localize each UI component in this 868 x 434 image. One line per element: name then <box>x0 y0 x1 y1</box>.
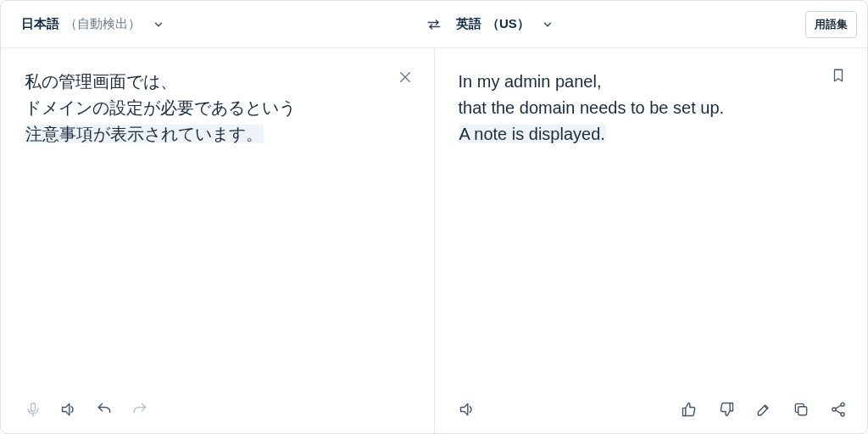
source-speaker-button[interactable] <box>57 398 81 421</box>
clear-source-button[interactable] <box>393 65 417 89</box>
share-icon <box>830 401 847 418</box>
undo-button[interactable] <box>92 398 116 421</box>
svg-line-11 <box>836 410 841 414</box>
edit-icon <box>755 401 772 418</box>
language-header-bar: 日本語 （自動検出） 英語 （US） 用語集 <box>1 1 867 48</box>
target-line-highlighted: A note is displayed. <box>459 125 606 143</box>
thumbs-up-icon <box>681 401 698 418</box>
target-line: A note is displayed. <box>459 121 821 147</box>
svg-line-10 <box>836 405 841 409</box>
target-language-label: 英語 <box>456 16 481 32</box>
source-pane: 私の管理画面では、 ドメインの設定が必要であるという 注意事項が表示されています… <box>1 48 435 433</box>
source-line: 私の管理画面では、 <box>25 69 387 95</box>
share-button[interactable] <box>826 398 850 421</box>
target-toolbar <box>435 389 868 433</box>
thumbs-down-icon <box>718 401 735 418</box>
target-toolbar-left-group <box>455 398 479 421</box>
source-language-label: 日本語 <box>21 16 59 32</box>
source-text-area[interactable]: 私の管理画面では、 ドメインの設定が必要であるという 注意事項が表示されています… <box>1 48 434 389</box>
svg-rect-2 <box>31 403 36 412</box>
target-text-area[interactable]: In my admin panel, that the domain needs… <box>435 48 868 389</box>
redo-button[interactable] <box>128 398 152 421</box>
undo-icon <box>96 401 113 418</box>
speaker-icon <box>60 401 77 418</box>
redo-icon <box>131 401 148 418</box>
source-language-detect: （自動検出） <box>64 16 141 32</box>
target-line: In my admin panel, <box>459 69 821 95</box>
target-speaker-button[interactable] <box>455 398 479 421</box>
speaker-icon <box>459 401 476 418</box>
translator-container: 日本語 （自動検出） 英語 （US） 用語集 <box>0 0 868 434</box>
svg-rect-6 <box>798 407 807 415</box>
chevron-down-icon <box>542 19 554 31</box>
chevron-down-icon <box>153 19 164 31</box>
swap-languages-button[interactable] <box>419 9 449 40</box>
copy-icon <box>793 401 810 418</box>
mic-button[interactable] <box>21 398 45 421</box>
swap-icon <box>426 16 442 33</box>
svg-marker-4 <box>63 403 70 415</box>
source-toolbar <box>1 389 434 433</box>
bookmark-button[interactable] <box>826 64 850 87</box>
edit-button[interactable] <box>752 398 776 421</box>
source-language-selector[interactable]: 日本語 （自動検出） <box>1 1 432 47</box>
source-line: ドメインの設定が必要であるという <box>25 95 387 121</box>
translation-panes: 私の管理画面では、 ドメインの設定が必要であるという 注意事項が表示されています… <box>1 48 867 433</box>
glossary-button[interactable]: 用語集 <box>805 11 857 38</box>
target-pane: In my admin panel, that the domain needs… <box>435 48 868 433</box>
target-toolbar-right-group <box>677 398 850 421</box>
thumbs-up-button[interactable] <box>677 398 701 421</box>
source-line-highlighted: 注意事項が表示されています。 <box>25 125 264 143</box>
bookmark-icon <box>831 68 846 83</box>
target-language-variant: （US） <box>487 16 530 32</box>
svg-marker-5 <box>460 403 467 415</box>
mic-icon <box>25 401 42 418</box>
close-icon <box>398 70 413 85</box>
target-line: that the domain needs to be set up. <box>459 95 821 121</box>
source-line: 注意事項が表示されています。 <box>25 121 387 147</box>
target-language-selector[interactable]: 英語 （US） <box>432 1 867 47</box>
copy-button[interactable] <box>789 398 813 421</box>
thumbs-down-button[interactable] <box>715 398 738 421</box>
